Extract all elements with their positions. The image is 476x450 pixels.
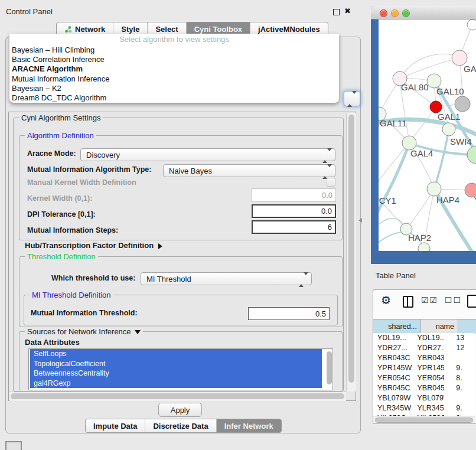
sources-title-label: Sources for Network Inference bbox=[27, 327, 131, 336]
table-row[interactable]: YPR145WYPR145W9. bbox=[373, 363, 475, 373]
node-label-gcy1: GCY1 bbox=[379, 195, 396, 206]
mi-steps-input[interactable]: 6 bbox=[252, 220, 336, 234]
expanded-arrow-icon bbox=[135, 330, 141, 334]
table-row[interactable]: YBR045CYBR045C9. bbox=[373, 383, 475, 393]
bottom-tab-bar: Impute DataDiscretize DataInfer Network bbox=[85, 419, 282, 433]
tab-label: Select bbox=[155, 25, 178, 34]
group-title: Algorithm Definition bbox=[25, 131, 96, 140]
close-panel-icon[interactable]: ✖ bbox=[344, 6, 351, 15]
aracne-mode-select[interactable]: Discovery bbox=[80, 148, 335, 161]
tab-infer-network[interactable]: Infer Network bbox=[216, 419, 281, 432]
table-row[interactable]: YBL079WYBL079W bbox=[373, 393, 475, 403]
scrollbar-thumb[interactable] bbox=[375, 418, 473, 423]
table-row[interactable]: YDR27...YDR27...12 bbox=[373, 343, 475, 353]
group-title: Cyni Algorithm Settings bbox=[19, 113, 103, 122]
settings-horizontal-scrollbar[interactable] bbox=[9, 392, 346, 401]
mi-algorithm-type-value: Naive Bayes bbox=[169, 167, 212, 175]
manual-kernel-width-checkbox[interactable] bbox=[327, 178, 335, 187]
columns-icon[interactable] bbox=[403, 296, 413, 308]
table-row[interactable]: YDL19...YDL19...13 bbox=[373, 333, 475, 343]
algorithm-dropdown-popup: Select algorithm to view settings Bayesi… bbox=[9, 34, 339, 103]
attribute-item-betweennesscentrality[interactable]: BetweennessCentrality bbox=[30, 369, 322, 379]
network-node[interactable] bbox=[442, 123, 455, 136]
table-cell: YBL079W bbox=[373, 393, 413, 403]
table-horizontal-scrollbar[interactable] bbox=[373, 416, 475, 424]
mi-algorithm-type-select[interactable]: Naive Bayes bbox=[163, 164, 335, 177]
hub-section-toggle[interactable]: Hub/Transcription Factor Definition bbox=[25, 241, 162, 250]
combobox-stepper-icon bbox=[322, 151, 332, 160]
kernel-width-label: Kernel Width (0,1): bbox=[27, 194, 92, 203]
dropdown-item-mutual-information-inference[interactable]: Mutual Information Inference bbox=[9, 74, 339, 84]
export-table-icon[interactable] bbox=[467, 295, 476, 308]
data-attributes-list[interactable]: SelfLoopsTopologicalCoefficientBetweenne… bbox=[28, 348, 333, 390]
network-node-hap4[interactable] bbox=[427, 182, 441, 196]
attribute-item-topologicalcoefficient[interactable]: TopologicalCoefficient bbox=[30, 359, 322, 369]
column-header-shared[interactable]: shared... bbox=[373, 319, 421, 333]
gear-icon[interactable]: ⚙ bbox=[381, 294, 391, 306]
network-icon bbox=[64, 25, 72, 33]
tab-label: Impute Data bbox=[93, 422, 137, 431]
network-edge[interactable] bbox=[379, 143, 409, 219]
dropdown-item-bayesian-k2[interactable]: Bayesian – K2 bbox=[9, 84, 339, 93]
aracne-mode-value: Discovery bbox=[86, 151, 120, 159]
apply-button[interactable]: Apply bbox=[158, 403, 202, 417]
dpi-tolerance-input[interactable]: 0.0 bbox=[252, 204, 336, 218]
attribute-item-selfloops[interactable]: SelfLoops bbox=[30, 349, 322, 359]
tab-label: jActiveMNodules bbox=[258, 25, 320, 34]
table-cell: YBR045C bbox=[413, 383, 445, 393]
dropdown-item-basic-correlation-inference[interactable]: Basic Correlation Inference bbox=[9, 55, 339, 64]
table-cell: YBR043C bbox=[373, 353, 413, 363]
dropdown-item-aracne-algorithm[interactable]: ARACNE Algorithm bbox=[9, 64, 339, 74]
node-label-gal80: GAL80 bbox=[401, 82, 429, 92]
scrollbar-thumb[interactable] bbox=[348, 115, 354, 383]
manual-kernel-width-label: Manual Kernel Width Definition bbox=[27, 178, 136, 187]
network-node[interactable] bbox=[418, 243, 430, 251]
table-row[interactable]: YLR345WYLR345W9. bbox=[373, 403, 475, 413]
zoom-window-icon[interactable] bbox=[402, 9, 410, 17]
deselect-all-icon[interactable]: ☐☐ bbox=[445, 295, 462, 305]
table-cell: YDL19... bbox=[373, 333, 413, 343]
network-node-gal1[interactable] bbox=[430, 101, 442, 113]
close-window-icon[interactable] bbox=[380, 9, 387, 17]
scrollbar-thumb[interactable] bbox=[11, 393, 344, 399]
panel-splitter-handle[interactable] bbox=[358, 218, 362, 223]
table-cell: YBR043C bbox=[413, 353, 445, 363]
network-window-titlebar[interactable] bbox=[371, 6, 476, 19]
table-header-row: shared...nameA bbox=[373, 319, 476, 334]
kernel-width-input[interactable]: 0.0 bbox=[252, 188, 336, 202]
tab-label: Discretize Data bbox=[153, 422, 208, 431]
network-node[interactable] bbox=[467, 19, 476, 30]
float-panel-button[interactable] bbox=[333, 9, 340, 15]
list-scrollbar-thumb[interactable] bbox=[327, 351, 332, 384]
attribute-item-gal4rgexp[interactable]: gal4RGexp bbox=[30, 379, 322, 389]
node-label-hap2: HAP2 bbox=[408, 233, 431, 243]
select-all-icon[interactable]: ☑☑ bbox=[421, 295, 438, 305]
focused-combobox-fragment[interactable] bbox=[344, 91, 360, 106]
table-cell: YER054C bbox=[413, 373, 445, 383]
dropdown-item-dream8-dc-tdc-algorithm[interactable]: Dream8 DC_TDC Algorithm bbox=[9, 93, 339, 103]
mi-threshold-input[interactable]: 0.5 bbox=[248, 307, 330, 320]
tab-label: Network bbox=[75, 25, 105, 34]
table-cell: 9. bbox=[444, 383, 475, 393]
network-edge[interactable] bbox=[379, 143, 409, 191]
table-row[interactable]: YER054CYER054C8. bbox=[373, 373, 475, 383]
dropdown-item-bayesian-hill-climbing[interactable]: Bayesian – Hill Climbing bbox=[9, 45, 339, 55]
sources-group-title[interactable]: Sources for Network Inference bbox=[25, 327, 143, 336]
network-edge[interactable] bbox=[434, 129, 449, 189]
minimized-panel-button[interactable] bbox=[5, 441, 22, 450]
network-node[interactable] bbox=[455, 96, 470, 112]
settings-vertical-scrollbar[interactable] bbox=[346, 113, 356, 392]
tab-impute-data[interactable]: Impute Data bbox=[86, 419, 145, 432]
which-threshold-select[interactable]: MI Threshold bbox=[141, 272, 312, 285]
network-node-swi4[interactable] bbox=[467, 146, 476, 164]
network-canvas[interactable]: GALGAL80GAL10GAL1GAL11SWI4GAL4GCY1HAP4YH… bbox=[379, 19, 476, 251]
table-panel-title: Table Panel bbox=[376, 271, 416, 280]
minimize-window-icon[interactable] bbox=[391, 9, 399, 17]
table-row[interactable]: YBR043CYBR043C bbox=[373, 353, 475, 363]
tab-discretize-data[interactable]: Discretize Data bbox=[145, 419, 216, 432]
cyni-settings-scrollpane: Cyni Algorithm Settings Algorithm Defini… bbox=[8, 112, 356, 401]
column-header-a[interactable]: A bbox=[458, 319, 476, 333]
table-cell: 12 bbox=[444, 343, 475, 353]
column-header-name[interactable]: name bbox=[421, 319, 458, 333]
table-cell: YLR345W bbox=[373, 403, 413, 413]
